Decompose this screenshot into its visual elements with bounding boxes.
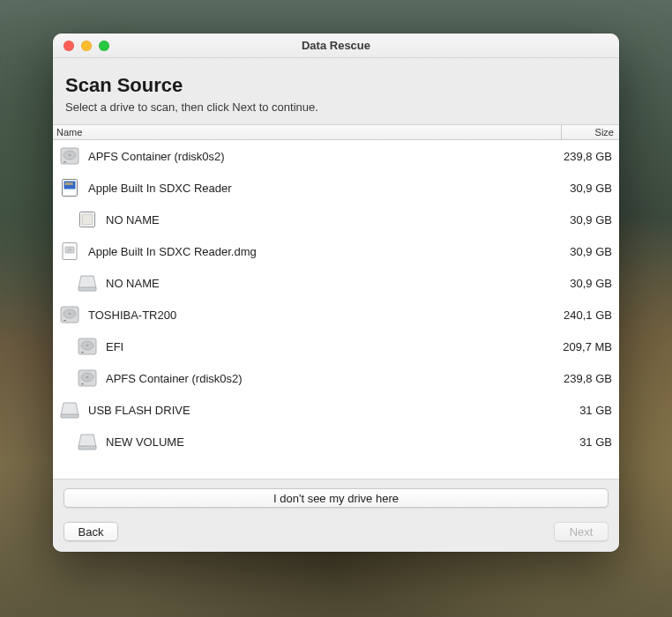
drive-size: 31 GB: [572, 404, 612, 417]
drive-list: APFS Container (rdisk0s2)239,8 GB Apple …: [53, 140, 619, 479]
hdd-icon: [76, 335, 99, 358]
hdd-icon: [58, 303, 81, 326]
hdd-icon: [76, 367, 99, 390]
page-title: Scan Source: [65, 74, 607, 97]
svg-point-26: [86, 376, 89, 378]
close-icon[interactable]: [63, 41, 74, 51]
drive-name: USB FLASH DRIVE: [88, 404, 572, 417]
svg-point-22: [86, 345, 89, 346]
external-icon: [76, 271, 99, 294]
svg-rect-23: [81, 352, 84, 353]
svg-point-18: [69, 313, 71, 315]
drive-size: 30,9 GB: [563, 213, 612, 227]
svg-rect-3: [63, 161, 66, 162]
titlebar: Data Rescue: [53, 33, 619, 58]
drive-size: 30,9 GB: [563, 245, 612, 258]
svg-point-14: [67, 249, 72, 252]
zoom-icon[interactable]: [99, 41, 109, 51]
column-size[interactable]: Size: [562, 127, 619, 138]
drive-size: 240,1 GB: [556, 308, 612, 322]
hdd-icon: [58, 145, 81, 167]
drive-name: NEW VOLUME: [106, 435, 572, 449]
drive-name: TOSHIBA-TR200: [88, 308, 556, 322]
drive-size: 31 GB: [572, 435, 612, 449]
drive-row[interactable]: Apple Built In SDXC Reader30,9 GB: [53, 172, 619, 204]
sdcard-icon: [58, 176, 81, 199]
svg-rect-15: [78, 287, 96, 291]
drive-size: 239,8 GB: [556, 372, 612, 385]
volume-icon: [76, 208, 99, 231]
drive-row[interactable]: APFS Container (rdisk0s2)239,8 GB: [53, 362, 619, 394]
svg-rect-6: [65, 182, 66, 185]
drive-size: 30,9 GB: [563, 277, 612, 290]
drive-row[interactable]: EFI209,7 MB: [53, 331, 619, 362]
drive-size: 30,9 GB: [563, 182, 612, 195]
drive-row[interactable]: TOSHIBA-TR200240,1 GB: [53, 299, 619, 331]
svg-rect-8: [70, 182, 71, 185]
drive-row[interactable]: APFS Container (rdisk0s2)239,8 GB: [53, 140, 619, 172]
drive-name: Apple Built In SDXC Reader.dmg: [88, 245, 563, 258]
external-icon: [76, 430, 99, 453]
table-header: Name Size: [53, 124, 619, 140]
drive-row[interactable]: NO NAME30,9 GB: [53, 267, 619, 299]
drive-row[interactable]: NEW VOLUME31 GB: [53, 426, 619, 457]
drive-size: 239,8 GB: [556, 150, 612, 163]
svg-rect-27: [81, 383, 84, 384]
dmg-icon: [58, 240, 81, 263]
drive-row[interactable]: Apple Built In SDXC Reader.dmg30,9 GB: [53, 235, 619, 267]
drive-name: NO NAME: [106, 277, 563, 290]
drive-name: NO NAME: [106, 213, 563, 227]
svg-rect-9: [71, 182, 72, 185]
page-header: Scan Source Select a drive to scan, then…: [53, 58, 619, 124]
drive-name: Apple Built In SDXC Reader: [88, 182, 563, 195]
drive-name: APFS Container (rdisk0s2): [88, 150, 556, 163]
missing-drive-button[interactable]: I don't see my drive here: [63, 488, 609, 508]
page-subtitle: Select a drive to scan, then click Next …: [65, 100, 607, 114]
nav-buttons: Back Next: [63, 522, 609, 541]
drive-name: EFI: [106, 340, 556, 353]
drive-name: APFS Container (rdisk0s2): [106, 372, 556, 385]
svg-rect-7: [67, 182, 68, 185]
svg-rect-28: [61, 414, 78, 418]
drive-row[interactable]: NO NAME30,9 GB: [53, 204, 619, 235]
svg-point-2: [69, 154, 71, 156]
drive-row[interactable]: USB FLASH DRIVE31 GB: [53, 394, 619, 426]
minimize-icon[interactable]: [81, 41, 92, 51]
back-button[interactable]: Back: [63, 522, 118, 541]
window-title: Data Rescue: [53, 39, 619, 52]
svg-rect-11: [82, 214, 93, 225]
app-window: Data Rescue Scan Source Select a drive t…: [53, 33, 619, 552]
traffic-lights: [53, 41, 109, 51]
column-name[interactable]: Name: [53, 125, 562, 139]
next-button[interactable]: Next: [554, 522, 609, 541]
svg-rect-19: [63, 320, 66, 321]
drive-size: 209,7 MB: [556, 340, 612, 353]
external-icon: [58, 398, 81, 421]
footer: I don't see my drive here Back Next: [53, 479, 619, 552]
svg-rect-29: [78, 446, 96, 450]
